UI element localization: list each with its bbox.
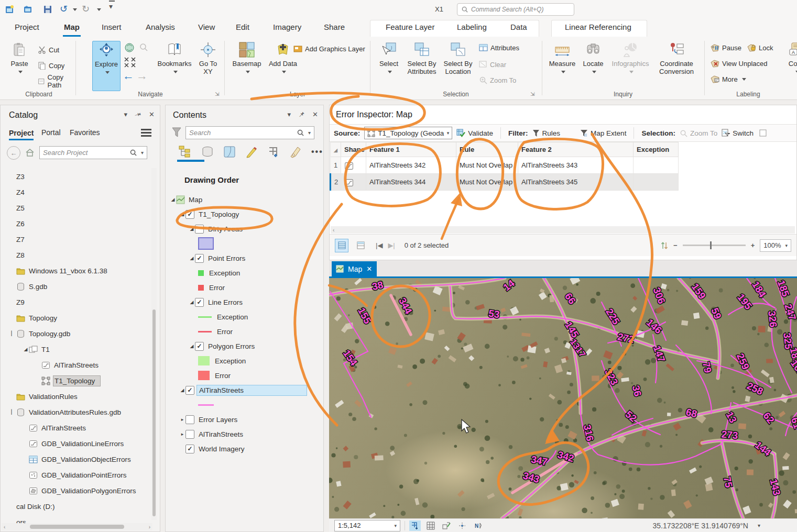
tab-data[interactable]: Data bbox=[507, 19, 530, 37]
convert-labels-button[interactable]: A Conv bbox=[781, 41, 797, 75]
filter-map-extent-button[interactable]: Map Extent bbox=[580, 129, 626, 137]
expander-icon[interactable]: ◢ bbox=[189, 256, 195, 261]
north-arrow-icon[interactable]: N bbox=[472, 520, 484, 531]
zoom-to-selection-button[interactable]: Zoom To bbox=[479, 74, 516, 86]
legend-error[interactable]: Error bbox=[166, 280, 315, 295]
filter-icon[interactable] bbox=[172, 127, 181, 138]
lock-labeling-button[interactable]: Lock bbox=[747, 42, 773, 53]
exception-cell[interactable] bbox=[634, 174, 679, 191]
catalog-tab-portal[interactable]: Portal bbox=[41, 128, 61, 137]
catalog-item-altirahstreets[interactable]: AlTirahStreets bbox=[1, 420, 146, 435]
catalog-item-windows-11-vbox-6-1-38[interactable]: Windows 11_vbox 6.1.38 bbox=[1, 263, 146, 278]
contents-item-map[interactable]: ◢Map bbox=[166, 192, 315, 207]
exception-cell[interactable] bbox=[634, 157, 679, 174]
clear-selection-toolbar-icon[interactable] bbox=[759, 129, 767, 137]
full-extent-icon[interactable] bbox=[124, 42, 135, 53]
layer-checkbox[interactable] bbox=[185, 415, 194, 424]
explore-button[interactable]: Explore bbox=[92, 41, 121, 91]
select-button[interactable]: Select bbox=[375, 41, 402, 75]
tab-linear-referencing[interactable]: Linear Referencing bbox=[562, 19, 635, 37]
previous-extent-icon[interactable]: ← bbox=[123, 69, 134, 83]
measure-button[interactable]: Measure bbox=[546, 41, 578, 75]
catalog-menu-icon[interactable] bbox=[141, 128, 151, 137]
tab-view[interactable]: View bbox=[195, 19, 218, 37]
table-horizontal-scrollbar[interactable]: ‹ bbox=[331, 226, 795, 234]
contents-item-point-errors[interactable]: ◢✓Point Errors bbox=[166, 251, 315, 265]
tab-analysis[interactable]: Analysis bbox=[143, 19, 178, 37]
contents-item-dirty-areas[interactable]: ◢Dirty Areas bbox=[166, 221, 315, 236]
catalog-vertical-scrollbar[interactable] bbox=[151, 168, 157, 520]
filter-rules-button[interactable]: Rules bbox=[532, 129, 561, 137]
basemap-button[interactable]: Basemap bbox=[231, 41, 263, 75]
cut-button[interactable]: Cut bbox=[38, 44, 59, 56]
legend-error[interactable]: Error bbox=[166, 324, 315, 339]
rule-cell[interactable]: Must Not Overlap bbox=[456, 157, 518, 174]
catalog-item-s-gdb[interactable]: S.gdb bbox=[1, 279, 146, 294]
expander-icon[interactable]: ◢ bbox=[189, 300, 195, 305]
street-line-swatch[interactable] bbox=[166, 397, 315, 412]
list-by-labeling-icon[interactable] bbox=[289, 146, 302, 158]
error-row-2[interactable]: 2AlTirahStreets 344Must Not OverlapAlTir… bbox=[331, 174, 679, 191]
error-table[interactable]: ◢ Shape Feature 1 Rule Feature 2 Excepti… bbox=[330, 142, 679, 191]
list-by-data-source-icon[interactable] bbox=[201, 146, 214, 158]
table-zoom-slider[interactable] bbox=[683, 245, 746, 246]
catalog-item-z6[interactable]: Z6 bbox=[1, 216, 146, 231]
catalog-tab-favorites[interactable]: Favorites bbox=[70, 128, 100, 137]
customize-quick-access-icon[interactable]: ▾ bbox=[109, 2, 113, 10]
catalog-item-z3[interactable]: Z3 bbox=[1, 169, 146, 184]
expander-icon[interactable]: ▏ bbox=[10, 409, 16, 415]
zoom-to-button[interactable]: Zoom To bbox=[680, 129, 717, 137]
open-project-icon[interactable] bbox=[24, 5, 33, 14]
contents-item-line-errors[interactable]: ◢✓Line Errors bbox=[166, 295, 315, 309]
legend-error[interactable]: Error bbox=[166, 368, 315, 383]
catalog-item-gdb-validationobjecterrors[interactable]: GDB_ValidationObjectErrors bbox=[1, 452, 146, 467]
catalog-item-gdb-validationpolygonerrors[interactable]: GDB_ValidationPolygonErrors bbox=[1, 483, 146, 498]
redo-dropdown-icon[interactable] bbox=[97, 8, 101, 11]
row-number[interactable]: 2 bbox=[331, 174, 341, 191]
layer-checkbox[interactable] bbox=[195, 225, 204, 234]
search-dropdown-icon[interactable]: ▾ bbox=[141, 150, 144, 156]
line-swatch[interactable] bbox=[198, 404, 214, 406]
tab-share[interactable]: Share bbox=[321, 19, 348, 37]
feature1-cell[interactable]: AlTirahStreets 342 bbox=[366, 157, 456, 174]
expander-icon[interactable]: ◢ bbox=[189, 226, 195, 231]
feature2-cell[interactable]: AlTirahStreets 343 bbox=[518, 157, 634, 174]
selection-dialog-launcher-icon[interactable]: ⇲ bbox=[530, 91, 537, 97]
map-canvas[interactable]: 3834415515414536622530615918418519559326… bbox=[329, 278, 797, 518]
map-scale-select[interactable]: 1:5,142▾ bbox=[334, 520, 400, 531]
copy-path-button[interactable]: Copy Path bbox=[38, 75, 74, 87]
catalog-search-input[interactable]: Search Project ▾ bbox=[39, 146, 147, 159]
map-document-tab[interactable]: Map ✕ bbox=[332, 261, 377, 276]
error-row-1[interactable]: 1AlTirahStreets 342Must Not OverlapAlTir… bbox=[331, 157, 679, 174]
command-search-input[interactable]: Command Search (Alt+Q) bbox=[457, 3, 574, 16]
zoom-in-icon[interactable]: + bbox=[751, 241, 755, 249]
catalog-item-gdb-validationpointerrors[interactable]: GDB_ValidationPointErrors bbox=[1, 468, 146, 482]
tab-feature-layer[interactable]: Feature Layer bbox=[383, 19, 438, 37]
save-project-icon[interactable] bbox=[43, 5, 52, 14]
catalog-item-validationrules[interactable]: ValidationRules bbox=[1, 389, 146, 404]
more-views-icon[interactable]: ••• bbox=[311, 147, 323, 157]
attributes-button[interactable]: Attributes bbox=[479, 42, 519, 53]
zoom-out-icon[interactable]: − bbox=[673, 241, 678, 249]
contents-item-t1-topology[interactable]: ◢✓T1_Topology bbox=[166, 207, 315, 221]
catalog-item-topology-gdb[interactable]: ▏Topology.gdb bbox=[1, 326, 146, 341]
contents-item-polygon-errors[interactable]: ◢✓Polygon Errors bbox=[166, 339, 315, 353]
layer-checkbox[interactable]: ✓ bbox=[195, 298, 204, 307]
list-by-snapping-icon[interactable] bbox=[267, 146, 280, 158]
copy-button[interactable]: Copy bbox=[38, 60, 64, 71]
expander-icon[interactable]: ▸ bbox=[179, 431, 185, 437]
legend-exception[interactable]: Exception bbox=[166, 309, 315, 324]
new-project-icon[interactable] bbox=[5, 5, 15, 14]
rule-cell[interactable]: Must Not Overlap bbox=[456, 174, 518, 191]
catalog-close-icon[interactable]: ✕ bbox=[149, 110, 155, 118]
point-symbol-swatch[interactable] bbox=[198, 270, 204, 276]
last-record-icon[interactable]: ▶| bbox=[388, 241, 395, 249]
sort-icon[interactable] bbox=[661, 241, 668, 250]
column-exception[interactable]: Exception bbox=[634, 142, 679, 157]
infographics-button[interactable]: Infographics bbox=[609, 41, 652, 75]
contents-item-altirahstreets[interactable]: ◢✓AlTirahStreets bbox=[166, 383, 315, 397]
first-record-icon[interactable]: |◀ bbox=[376, 241, 383, 249]
line-symbol-swatch[interactable] bbox=[198, 331, 212, 332]
snapping-toggle-icon[interactable] bbox=[409, 520, 421, 531]
tab-map[interactable]: Map bbox=[61, 19, 83, 37]
